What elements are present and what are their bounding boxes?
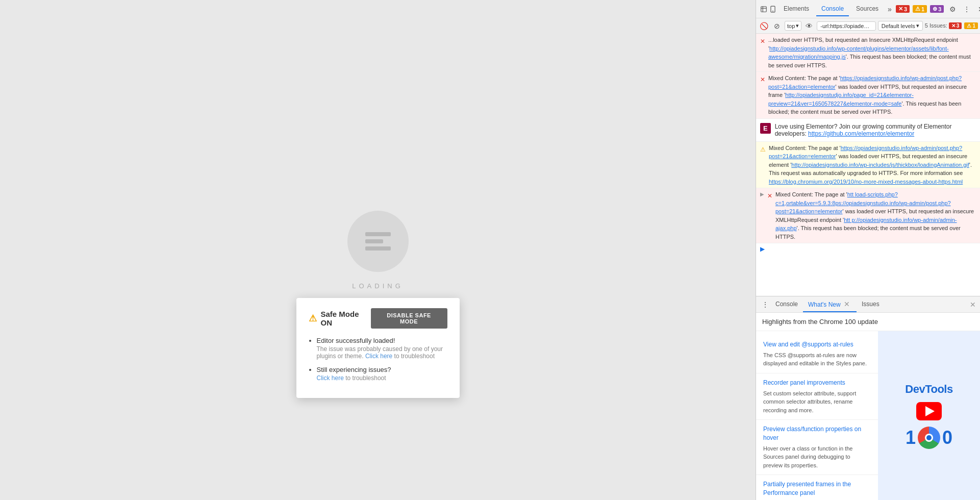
elementor-logo-circle xyxy=(347,211,409,272)
bottom-panel: ⋮ Console What's New ✕ Issues ✕ Highligh… xyxy=(756,296,980,500)
logo-bar-top xyxy=(365,232,391,236)
issues-count-label: 5 Issues: ✕ 3 ⚠ 1 xyxy=(925,22,978,29)
tab-sources[interactable]: Sources xyxy=(851,2,884,16)
safe-mode-title: ⚠ Safe Mode ON xyxy=(309,310,371,327)
feature-item-3: Preview class/function properties on hov… xyxy=(756,420,878,475)
safe-mode-popup: ⚠ Safe Mode ON DISABLE SAFE MODE Editor … xyxy=(296,298,460,398)
feature-desc-1: The CSS @supports at-rules are now displ… xyxy=(763,351,871,368)
error-badge: ✕ 3 xyxy=(896,5,910,13)
customize-icon[interactable]: ⋮ xyxy=(961,4,972,15)
loading-text: LOADING xyxy=(352,282,404,290)
settings-icon[interactable]: ⚙ xyxy=(947,4,958,15)
main-page-area: LOADING ⚠ Safe Mode ON DISABLE SAFE MODE… xyxy=(0,0,756,500)
chrome-logo-core xyxy=(926,435,932,440)
logo-bar-bot xyxy=(365,246,391,251)
issue2-desc: Click here to troubleshoot xyxy=(317,374,447,382)
disable-safe-mode-button[interactable]: DISABLE SAFE MODE xyxy=(371,308,447,329)
elementor-badge: E xyxy=(760,123,771,134)
elementor-msg-text: Love using Elementor? Join our growing c… xyxy=(775,123,976,137)
filter-icon[interactable]: ⊘ xyxy=(771,20,783,32)
feature-desc-2: Set custom selector attribute, support c… xyxy=(763,389,871,415)
safe-mode-title-text: Safe Mode ON xyxy=(321,310,371,327)
chrome-100-zero: 0 xyxy=(942,427,952,448)
close-devtools-icon[interactable]: ✕ xyxy=(975,4,980,15)
whats-new-content: View and edit @supports at-rules The CSS… xyxy=(756,331,980,500)
elementor-logo-icon xyxy=(365,232,391,251)
top-dropdown[interactable]: top ▾ xyxy=(785,21,801,31)
console-error-1: ✕ ...loaded over HTTPS, but requested an… xyxy=(756,34,980,72)
console-error-3: ▶ ✕ Mixed Content: The page at 'htt load… xyxy=(756,188,980,243)
chrome-100-logo: 1 0 xyxy=(906,427,952,449)
devtools-second-toolbar: 🚫 ⊘ top ▾ 👁 -url:https://opiadesig... De… xyxy=(756,18,980,34)
warning-icon: ⚠ xyxy=(309,313,317,324)
whats-new-close-icon[interactable]: ✕ xyxy=(842,300,851,308)
feature-item-1: View and edit @supports at-rules The CSS… xyxy=(756,335,878,373)
console-messages-area: ✕ ...loaded over HTTPS, but requested an… xyxy=(756,34,980,296)
whats-new-video-area: DevTools 1 0 xyxy=(878,331,980,500)
feature-title-2[interactable]: Recorder panel improvements xyxy=(763,379,871,387)
feature-item-4: Partially presented frames in the Perfor… xyxy=(756,475,878,500)
url-filter-bar[interactable]: -url:https://opiadesig... xyxy=(817,21,875,31)
whats-new-header: Highlights from the Chrome 100 update xyxy=(756,313,980,331)
bottom-tab-whats-new[interactable]: What's New ✕ xyxy=(803,297,857,312)
feature-title-1[interactable]: View and edit @supports at-rules xyxy=(763,340,871,349)
expand-more-icon[interactable]: ▶ xyxy=(756,243,980,255)
issue1-title: Editor successfully loaded! xyxy=(317,337,447,344)
feature-title-4[interactable]: Partially presented frames in the Perfor… xyxy=(763,480,871,497)
devtools-panel: Elements Console Sources » ✕ 3 ⚠ 1 ⊕ 3 ⚙… xyxy=(756,0,980,500)
more-tabs-button[interactable]: » xyxy=(886,3,894,15)
console-error-2: ✕ Mixed Content: The page at 'https://op… xyxy=(756,72,980,119)
error-icon-2: ✕ xyxy=(760,75,765,84)
console-warning-text-1: Mixed Content: The page at 'https://opia… xyxy=(769,144,976,186)
issue2-link[interactable]: Click here xyxy=(317,374,344,382)
eye-icon[interactable]: 👁 xyxy=(803,20,815,32)
default-levels-dropdown[interactable]: Default levels ▾ xyxy=(878,21,923,31)
expand-arrow-icon[interactable]: ▶ xyxy=(760,190,764,198)
issues-badge: ⊕ 3 xyxy=(930,5,944,13)
safe-mode-header: ⚠ Safe Mode ON DISABLE SAFE MODE xyxy=(309,308,447,329)
chrome-logo-circle xyxy=(918,427,940,449)
device-toolbar-icon[interactable] xyxy=(769,4,776,15)
clear-console-icon[interactable]: 🚫 xyxy=(758,20,769,32)
whats-new-features-list: View and edit @supports at-rules The CSS… xyxy=(756,331,878,500)
devtools-top-toolbar: Elements Console Sources » ✕ 3 ⚠ 1 ⊕ 3 ⚙… xyxy=(756,0,980,18)
bottom-tab-issues[interactable]: Issues xyxy=(857,297,885,312)
chevron-down-icon2: ▾ xyxy=(916,22,919,29)
svg-rect-0 xyxy=(761,6,767,12)
logo-bar-mid xyxy=(365,239,383,243)
error-icon-1: ✕ xyxy=(760,37,765,46)
elementor-message: E Love using Elementor? Join our growing… xyxy=(756,119,980,142)
loading-logo: LOADING xyxy=(347,211,409,290)
error-icon-3: ✕ xyxy=(767,191,772,201)
youtube-play-button[interactable] xyxy=(916,402,942,420)
close-bottom-panel-icon[interactable]: ✕ xyxy=(970,301,976,309)
bottom-tabs-bar: ⋮ Console What's New ✕ Issues ✕ xyxy=(756,296,980,313)
chrome-100-num1: 1 xyxy=(906,427,916,448)
tab-console[interactable]: Console xyxy=(816,2,849,16)
warning-badge: ⚠ 1 xyxy=(913,5,927,13)
issue2-title: Still experiencing issues? xyxy=(317,366,447,373)
issue1-link[interactable]: Click here xyxy=(365,353,392,360)
bottom-more-icon[interactable]: ⋮ xyxy=(760,301,770,309)
bottom-tab-console[interactable]: Console xyxy=(770,297,803,312)
console-msg-text-2: Mixed Content: The page at 'https://opia… xyxy=(768,74,976,116)
console-msg-text-1: ...loaded over HTTPS, but requested an I… xyxy=(768,36,976,69)
console-warning-1: ⚠ Mixed Content: The page at 'https://op… xyxy=(756,142,980,189)
feature-desc-3: Hover over a class or function in the So… xyxy=(763,444,871,470)
feature-item-2: Recorder panel improvements Set custom s… xyxy=(756,373,878,420)
console-error-text-3: Mixed Content: The page at 'htt load-scr… xyxy=(775,190,976,241)
safe-mode-body: Editor successfully loaded! The issue wa… xyxy=(309,337,447,382)
warning-icon-1: ⚠ xyxy=(760,145,766,154)
inspect-element-icon[interactable] xyxy=(760,4,767,15)
chevron-down-icon: ▾ xyxy=(796,22,799,29)
devtools-video-title: DevTools xyxy=(905,383,952,396)
feature-title-3[interactable]: Preview class/function properties on hov… xyxy=(763,425,871,442)
devtools-right-icons: ✕ 3 ⚠ 1 ⊕ 3 ⚙ ⋮ ✕ xyxy=(896,4,980,15)
tab-elements[interactable]: Elements xyxy=(778,2,814,16)
issue1-desc: The issue was probably caused by one of … xyxy=(317,345,447,360)
play-triangle-icon xyxy=(925,406,935,416)
